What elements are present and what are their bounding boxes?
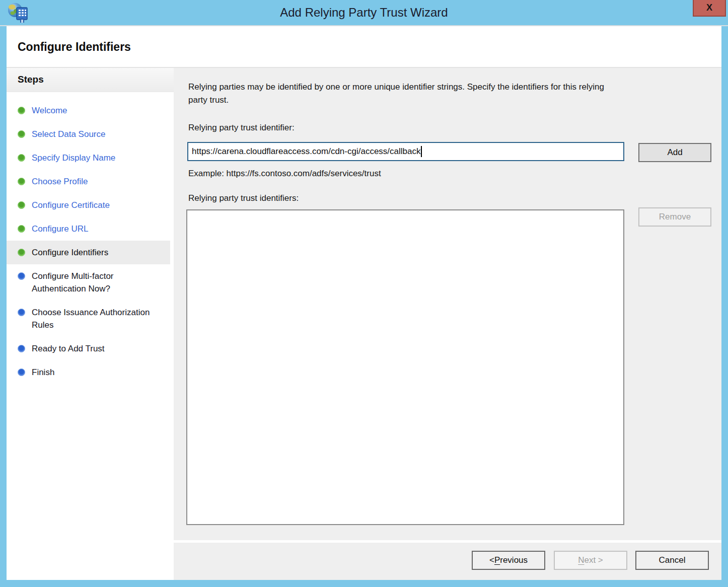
wizard-body: Steps Welcome Select Data Source Specify…	[7, 68, 721, 580]
sidebar-item-select-data-source[interactable]: Select Data Source	[7, 122, 174, 146]
sidebar-item-finish: Finish	[7, 360, 174, 384]
sidebar-item-configure-multi-factor: Configure Multi-factor Authentication No…	[7, 264, 174, 301]
close-icon: X	[706, 3, 712, 13]
identifiers-list-label: Relying party trust identifiers:	[188, 193, 299, 203]
page-title: Configure Identifiers	[7, 26, 721, 54]
content-column: Relying parties may be identified by one…	[174, 68, 721, 580]
relying-party-identifier-input[interactable]: https://carena.cloudflareaccess.com/cdn-…	[187, 142, 624, 161]
step-done-icon	[18, 201, 25, 209]
example-text: Example: https://fs.contoso.com/adfs/ser…	[188, 169, 381, 179]
step-done-icon	[18, 178, 25, 185]
sidebar-item-configure-certificate[interactable]: Configure Certificate	[7, 193, 174, 217]
sidebar-item-configure-identifiers: Configure Identifiers	[7, 241, 170, 264]
titlebar[interactable]: Add Relying Party Trust Wizard X	[0, 0, 728, 26]
page-description: Relying parties may be identified by one…	[188, 81, 709, 107]
step-todo-icon	[18, 309, 25, 316]
sidebar-item-ready-to-add-trust: Ready to Add Trust	[7, 337, 174, 360]
sidebar-item-configure-url[interactable]: Configure URL	[7, 217, 174, 241]
sidebar-item-choose-profile[interactable]: Choose Profile	[7, 170, 174, 193]
step-todo-icon	[18, 272, 25, 280]
sidebar-item-specify-display-name[interactable]: Specify Display Name	[7, 146, 174, 170]
page-header: Configure Identifiers	[7, 26, 721, 68]
wizard-window: Add Relying Party Trust Wizard X Configu…	[0, 0, 728, 587]
next-button[interactable]: Next >	[554, 551, 627, 570]
step-done-icon	[18, 130, 25, 138]
steps-sidebar: Steps Welcome Select Data Source Specify…	[7, 68, 174, 580]
steps-heading: Steps	[7, 68, 174, 92]
main-panel: Relying parties may be identified by one…	[174, 68, 721, 540]
add-button[interactable]: Add	[638, 143, 711, 162]
identifier-field-label: Relying party trust identifier:	[188, 123, 295, 133]
step-todo-icon	[18, 369, 25, 376]
step-done-icon	[18, 225, 25, 233]
footer-bar: < Previous Next > Cancel	[174, 543, 721, 580]
step-done-icon	[18, 154, 25, 162]
steps-list: Welcome Select Data Source Specify Displ…	[7, 92, 174, 384]
remove-button[interactable]: Remove	[638, 207, 711, 227]
text-caret	[421, 146, 422, 157]
previous-button[interactable]: < Previous	[472, 551, 545, 570]
identifiers-listbox[interactable]	[186, 209, 624, 525]
sidebar-item-welcome[interactable]: Welcome	[7, 99, 174, 122]
window-title: Add Relying Party Trust Wizard	[0, 6, 728, 20]
sidebar-item-choose-issuance-rules: Choose Issuance Authorization Rules	[7, 301, 174, 337]
cancel-button[interactable]: Cancel	[635, 551, 709, 570]
step-current-icon	[18, 249, 25, 256]
identifier-input-value: https://carena.cloudflareaccess.com/cdn-…	[192, 146, 420, 157]
close-button[interactable]: X	[693, 0, 726, 17]
step-todo-icon	[18, 345, 25, 352]
step-done-icon	[18, 107, 25, 114]
